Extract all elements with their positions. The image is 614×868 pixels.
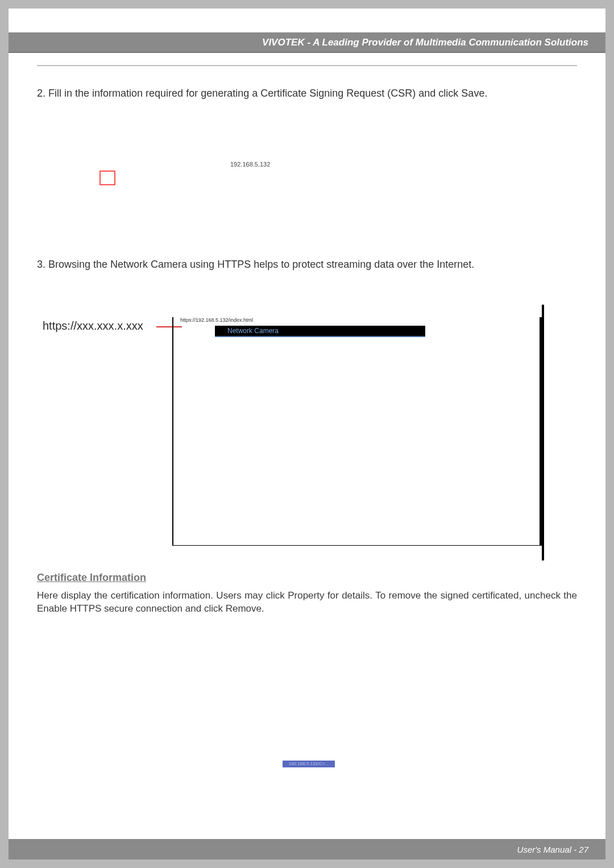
header-title: VIVOTEK - A Leading Provider of Multimed…: [262, 37, 588, 48]
cert-status-strip: 192.168.5.132/C=...: [283, 761, 335, 767]
browser-frame: [172, 317, 542, 546]
divider: [37, 65, 577, 66]
footer-text: User's Manual - 27: [517, 845, 588, 854]
highlight-box: [99, 171, 115, 185]
step-2-text: 2. Fill in the information required for …: [37, 88, 577, 99]
step-3-text: 3. Browsing the Network Camera using HTT…: [37, 259, 577, 271]
page-header: VIVOTEK - A Leading Provider of Multimed…: [9, 32, 605, 53]
figure-cert-info: 192.168.5.132/C=...: [37, 616, 577, 786]
https-url-callout: https://xxx.xxx.x.xxx: [43, 319, 143, 333]
browser-scrollbar: [542, 305, 544, 560]
ip-address-label: 192.168.5.132: [230, 161, 270, 168]
figure-browser-https: https://xxx.xxx.x.xxx https://192.168.5.…: [37, 288, 577, 555]
page-footer: User's Manual - 27: [9, 839, 605, 859]
page: VIVOTEK - A Leading Provider of Multimed…: [9, 9, 605, 859]
section-heading-cert-info: Certificate Information: [37, 572, 577, 584]
section-body-cert-info: Here display the certification informati…: [37, 589, 577, 616]
content-area: 2. Fill in the information required for …: [37, 65, 577, 825]
figure-csr-dialog: 192.168.5.132: [37, 122, 577, 213]
